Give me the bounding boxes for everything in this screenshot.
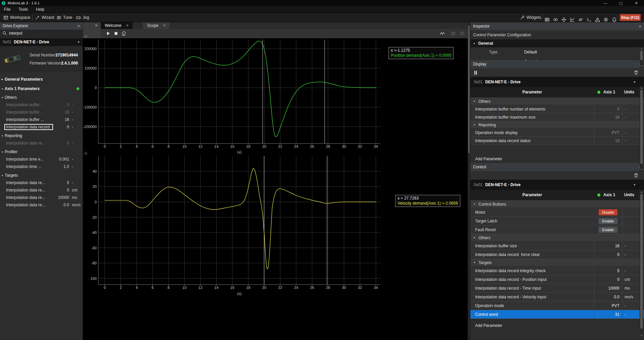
chevron-down-icon[interactable]: ▼ [470, 261, 478, 264]
param-group-others[interactable]: ▼Others [470, 98, 644, 105]
control-scrollbar[interactable]: ▲▼ [640, 190, 643, 337]
param-row-interpolation-data-record-integrity-chec[interactable]: Interpolation data record integrity chec… [470, 266, 644, 275]
param-row-interpolation-buffer-number-of-elements[interactable]: Interpolation buffer number of elements0… [470, 105, 644, 113]
stop-button[interactable]: Stop (F12) [620, 14, 641, 21]
param-value[interactable]: 10000 [594, 284, 622, 292]
param-row-target-latch[interactable]: Target LatchEnable [470, 217, 644, 225]
param-group-reporting[interactable]: ▼Reporting [470, 121, 644, 129]
tree-item[interactable]: Interpolation buffer ...16- [0, 116, 83, 123]
tab-welcome[interactable]: Welcome × [101, 22, 133, 29]
tree-group-axis-1-parameters[interactable]: ▼Axis 1 Parameters [0, 85, 83, 92]
param-value[interactable]: 5 [594, 266, 622, 275]
tree-item[interactable]: Interpolation data re...0.0rev/s [0, 201, 83, 209]
workspace-button[interactable]: Workspace [3, 13, 30, 22]
chart-velocity-demand[interactable]: -100-80-60-40-20020400246810121416182022… [83, 154, 385, 298]
trash-icon[interactable] [634, 173, 639, 178]
tree-item[interactable]: Interpolation time e...0.001- [0, 156, 83, 163]
signal-line-icon[interactable] [440, 31, 445, 36]
close-icon[interactable]: × [95, 23, 97, 28]
scrollbar-thumb[interactable] [468, 26, 470, 153]
param-value[interactable]: PVT [594, 301, 622, 310]
control-device-selector[interactable]: 0x01 DEN-NET-E - Drive ▼ [470, 180, 644, 190]
param-row-interpolation-data-record-force-clear[interactable]: Interpolation data record force clear0- [470, 250, 644, 259]
minimize-button[interactable]: — [598, 0, 613, 6]
control-add-parameter[interactable]: Add Parameter [470, 322, 644, 330]
param-row-interpolation-data-record-status[interactable]: Interpolation data record status13- [470, 137, 644, 145]
chevron-down-icon[interactable]: ▼ [470, 124, 478, 126]
close-icon[interactable]: × [639, 24, 641, 29]
tree-group-profiler[interactable]: ▼Profiler [0, 148, 83, 156]
chart-position-demand[interactable]: -200000-10000001000002000000246810121416… [83, 38, 385, 154]
param-value[interactable]: 0 [594, 105, 622, 113]
param-value[interactable]: 0 [594, 275, 622, 284]
chevron-down-icon[interactable]: ▼ [0, 96, 5, 99]
param-value[interactable]: 0.0 [594, 293, 622, 301]
param-group-control-buttons[interactable]: ▼Control Buttons [470, 201, 644, 208]
close-icon[interactable]: × [77, 24, 80, 29]
param-row-operation-mode-display[interactable]: Operation mode displayPVT- [470, 129, 644, 137]
menu-help[interactable]: Help [32, 7, 48, 12]
stop-record-button[interactable] [113, 31, 119, 36]
close-icon[interactable]: × [126, 23, 129, 28]
pause-icon[interactable] [473, 70, 478, 75]
tree-item[interactable]: Interpolation data re...5- [0, 179, 83, 186]
tree-group-others[interactable]: ▼Others [0, 94, 83, 101]
trash-icon[interactable] [634, 70, 639, 75]
signal-multi-icon[interactable] [451, 31, 456, 36]
tree-item[interactable]: Interpolation data re...0cnt [0, 186, 83, 194]
param-row-fault-reset[interactable]: Fault ResetEnable [470, 225, 644, 234]
display-scrollbar[interactable]: ▲▼ [640, 86, 643, 171]
param-row-motor[interactable]: MotorDisable [470, 208, 644, 217]
signal-multi-dashed-icon[interactable] [460, 31, 465, 36]
chart-scrollbar[interactable] [468, 22, 470, 340]
tune-button[interactable]: Tune [56, 13, 72, 22]
tree-group-general-parameters[interactable]: ▶General Parameters [0, 76, 83, 83]
param-row-interpolation-buffer-maximum-size[interactable]: Interpolation buffer maximum size16- [470, 113, 644, 121]
chevron-right-icon[interactable]: ▶ [0, 78, 5, 81]
param-value[interactable]: 16 [594, 113, 622, 121]
param-row-control-word[interactable]: Control word31- [470, 310, 644, 319]
tree-group-reporting[interactable]: ▼Reporting [0, 132, 83, 139]
chevron-down-icon[interactable]: ▼ [0, 151, 5, 153]
wizard-button[interactable]: Wizard [35, 13, 54, 22]
maximize-button[interactable]: ▢ [613, 0, 629, 6]
search-input[interactable]: interpol [0, 30, 83, 37]
general-scrollbar[interactable]: ▲▼ [640, 47, 643, 68]
menu-tools[interactable]: Tools [14, 7, 32, 12]
tree-group-targets[interactable]: ▼Targets [0, 172, 83, 179]
param-row-operation-mode[interactable]: Operation modePVT- [470, 301, 644, 310]
close-button[interactable]: ✕ [629, 0, 644, 6]
target-latch-enable-button[interactable]: Enable [599, 218, 617, 224]
tree-item[interactable]: Interpolation time ...1.0- [0, 163, 83, 170]
chevron-down-icon[interactable]: ▼ [0, 88, 5, 90]
close-icon[interactable]: × [163, 23, 166, 28]
param-group-others[interactable]: ▼Others [470, 234, 644, 242]
tree-item[interactable]: Interpolation data re...10000ms [0, 194, 83, 201]
param-row-interpolation-data-record-velocity-input[interactable]: Interpolation data record - Velocity inp… [470, 293, 644, 301]
tree-item[interactable]: Interpolation data re...0- [0, 139, 83, 147]
chevron-down-icon[interactable]: ▼ [470, 203, 478, 205]
param-value[interactable]: 13 [594, 137, 622, 144]
tree-item[interactable]: Interpolation buffer ...16- [0, 109, 83, 116]
parameter-name-editor[interactable]: Interpolation data record force clear [4, 124, 53, 130]
menu-file[interactable]: File [0, 7, 14, 12]
jog-button[interactable]: Jog [76, 13, 89, 22]
param-value[interactable]: 0 [594, 250, 622, 259]
chevron-down-icon[interactable]: ▼ [470, 100, 478, 102]
param-value[interactable]: 31 [594, 310, 622, 318]
device-selector[interactable]: 0x01 DEN-NET-E - Drive ▼ [0, 38, 83, 46]
widgets-button[interactable]: Widgets [520, 13, 541, 22]
display-device-selector[interactable]: 0x01 DEN-NET-E - Drive ▼ [470, 77, 644, 87]
fault-reset-enable-button[interactable]: Enable [599, 227, 617, 233]
param-value[interactable]: PVT [594, 129, 622, 136]
tab-scope[interactable]: Scope × [143, 22, 170, 29]
param-value[interactable]: 16 [594, 242, 622, 250]
param-row-interpolation-data-record-position-input[interactable]: Interpolation data record - Position inp… [470, 275, 644, 284]
param-row-interpolation-data-record-time-input[interactable]: Interpolation data record - Time input10… [470, 284, 644, 293]
chevron-down-icon[interactable]: ▼ [0, 135, 5, 137]
tree-item[interactable]: Interpolation buffer ...0- [0, 101, 83, 109]
chevron-down-icon[interactable]: ▼ [0, 174, 5, 177]
param-group-targets[interactable]: ▼Targets [470, 259, 644, 266]
general-section-header[interactable]: ▼ General [470, 39, 644, 47]
type-row[interactable]: Type Default [470, 47, 644, 57]
